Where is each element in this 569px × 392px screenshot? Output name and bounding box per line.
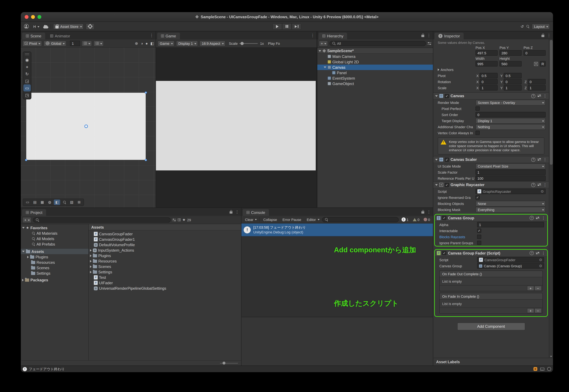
scene-tool-icon-5[interactable]: ◧ [54, 199, 60, 205]
project-search-field[interactable] [33, 217, 171, 222]
asset-folder-resources[interactable]: Resources [89, 258, 241, 264]
asset-folder-plugins[interactable]: Plugins [89, 253, 241, 258]
sort-order-field[interactable]: 0 [476, 112, 546, 117]
hierarchy-filter-icon[interactable] [427, 42, 431, 45]
pivot-dropdown[interactable]: Pivot [22, 41, 42, 46]
add-listener-button[interactable]: + [527, 286, 534, 291]
fader-enabled-checkbox[interactable]: ✓ [442, 251, 446, 255]
scene-tool-icon-2[interactable]: ▤ [32, 199, 38, 205]
add-listener-button[interactable]: + [527, 308, 534, 313]
render-mode-dropdown[interactable]: Screen Space - Overlay [476, 100, 546, 105]
hierarchy-menu-icon[interactable]: ⋮ [427, 33, 431, 38]
help-icon[interactable]: ? [531, 183, 535, 187]
rect-handle-bottom-right[interactable] [145, 159, 147, 161]
help-icon[interactable]: ? [530, 251, 534, 255]
presets-icon[interactable] [536, 252, 539, 255]
scrollbar-thumb[interactable] [550, 40, 553, 165]
asset-folder-scenes[interactable]: Scenes [89, 264, 241, 269]
asset-urp-global-settings[interactable]: UniversalRenderPipelineGlobalSettings [89, 286, 241, 291]
asset-store-button[interactable]: Asset Store [53, 24, 84, 29]
scene-tool-icon-6[interactable]: ▧ [69, 199, 75, 205]
account-dropdown[interactable]: H [31, 24, 41, 29]
component-menu-icon[interactable]: ⋮ [541, 216, 545, 220]
ignore-reversed-checkbox[interactable]: ✓ [476, 195, 480, 199]
scale-x-field[interactable]: 1 [480, 85, 498, 90]
scene-lighting-icon[interactable]: ⊕ [135, 41, 138, 46]
zoom-window-button[interactable] [37, 15, 41, 19]
object-picker-icon[interactable]: ⊙ [539, 258, 542, 262]
rotation-z-field[interactable]: 0 [528, 79, 546, 84]
scene-tool-icon-3[interactable]: ▦ [39, 199, 45, 205]
additional-shader-dropdown[interactable]: Nothing [476, 124, 546, 130]
rect-pivot-handle[interactable] [84, 125, 88, 128]
foldout-closed-icon[interactable] [90, 265, 91, 268]
foldout-open-icon[interactable] [435, 95, 438, 97]
foldout-closed-icon[interactable] [90, 271, 91, 273]
foldout-closed-icon[interactable] [90, 249, 91, 252]
step-button[interactable] [292, 23, 301, 29]
tab-console[interactable]: Console [243, 209, 269, 216]
play-button[interactable] [272, 23, 282, 29]
favorite-all-prefabs[interactable]: All Prefabs [21, 241, 88, 247]
pivot-x-field[interactable]: 0.5 [480, 73, 498, 78]
log-entry[interactable]: [17:03:58] フェードアウト終わり UnityEngine.Debug:… [241, 224, 433, 236]
help-icon[interactable]: ? [531, 94, 535, 98]
graphic-raycaster-header[interactable]: ✓ Graphic Raycaster ? ⋮ [433, 181, 549, 188]
height-field[interactable]: 560 [499, 61, 522, 67]
anchor-preset-icon[interactable] [534, 62, 538, 66]
scene-audio-icon[interactable]: ◑ [141, 41, 143, 46]
toolstrip-handle[interactable] [25, 53, 29, 55]
icon-size-knob[interactable] [223, 362, 225, 364]
pixel-perfect-checkbox[interactable] [476, 106, 480, 111]
favorite-all-models[interactable]: All Models [21, 236, 88, 241]
scene-tool-icon-7[interactable]: ⊞ [76, 199, 82, 205]
hierarchy-item-canvas[interactable]: Canvas [317, 65, 433, 70]
info-filter-toggle[interactable]: 1 [400, 217, 410, 222]
console-menu-icon[interactable]: ⋮ [427, 210, 431, 214]
scene-effects-icon[interactable]: ● [146, 41, 148, 46]
foldout-closed-icon[interactable] [22, 279, 24, 281]
anchors-foldout[interactable]: Anchors [433, 67, 549, 73]
scene-canvas-rect[interactable] [26, 93, 146, 160]
add-component-button[interactable]: Add Component [457, 323, 525, 330]
hierarchy-create-button[interactable]: + [319, 41, 328, 46]
pos-y-field[interactable]: 280 [499, 50, 522, 56]
component-menu-icon[interactable]: ⋮ [543, 182, 547, 187]
pause-button[interactable] [282, 23, 292, 29]
width-field[interactable]: 995 [476, 61, 498, 67]
rotation-x-field[interactable]: 0 [480, 79, 498, 84]
scene-tool-icon-4[interactable]: ◍ [46, 199, 53, 205]
asset-labels-section[interactable]: Asset Labels [433, 358, 553, 365]
help-icon[interactable]: ? [530, 216, 534, 220]
console-detail-pane[interactable] [241, 317, 433, 365]
console-lock-icon[interactable] [421, 211, 424, 214]
foldout-open-icon[interactable] [435, 184, 438, 186]
editor-dropdown[interactable]: Editor [305, 217, 320, 222]
tab-inspector[interactable]: Inspector [434, 33, 464, 39]
interactable-checkbox[interactable]: ✓ [477, 229, 481, 233]
background-tasks-icon[interactable] [547, 367, 551, 371]
tab-project[interactable]: Project [22, 209, 46, 216]
hierarchy-item-main-camera[interactable]: Main Camera [317, 54, 433, 59]
saved-search-star-icon[interactable]: ★ [182, 218, 186, 222]
ignore-parent-checkbox[interactable] [477, 241, 481, 245]
rect-handle-top-right[interactable] [145, 91, 147, 94]
hierarchy-item-gameobject[interactable]: GameObject [317, 81, 433, 86]
search-by-label-icon[interactable] [178, 218, 181, 221]
raw-edit-toggle[interactable]: R [540, 61, 546, 67]
scene-viewport[interactable]: ◉ + ↻ ◲ ▭ ◳ ▭ ▤ ▦ ◍ [21, 48, 156, 208]
account-icon[interactable] [24, 24, 29, 29]
scene-search-button[interactable] [61, 199, 68, 205]
undo-history-icon[interactable]: ↺ [521, 24, 524, 29]
inspector-lock-icon[interactable] [541, 35, 544, 37]
scene-tool-icon-1[interactable]: ▭ [24, 199, 31, 205]
target-display-dropdown[interactable]: Display 1 [476, 118, 546, 124]
raycaster-script-field[interactable]: GraphicRaycaster ⊙ [476, 189, 546, 194]
inspector-scrollbar[interactable] [549, 39, 553, 358]
pivot-y-field[interactable]: 0.5 [504, 73, 522, 78]
error-filter-toggle[interactable]: 0 [422, 218, 431, 221]
asset-canvasgroupfader[interactable]: CanvasGroupFader [89, 231, 241, 237]
canvas-group-fader-header[interactable]: ✓ Canvas Group Fader (Script) ? ⋮ [435, 250, 547, 257]
canvas-component-header[interactable]: ✓ Canvas ? ⋮ [433, 92, 549, 99]
console-search-field[interactable] [322, 217, 399, 222]
